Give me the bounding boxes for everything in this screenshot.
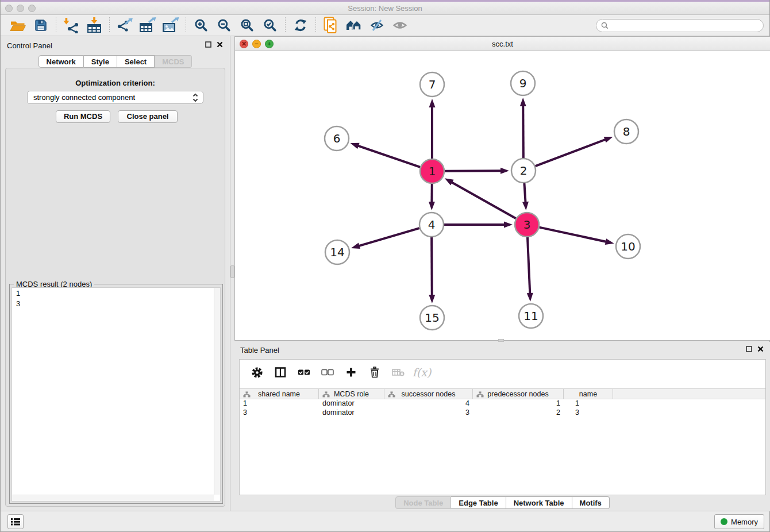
table-row[interactable]: 3 dominator 3 2 3 (240, 408, 765, 418)
apply-layout-button[interactable] (289, 16, 312, 34)
table-settings-button[interactable] (250, 365, 264, 379)
show-columns-button[interactable] (274, 365, 287, 379)
column-header-name[interactable]: name (564, 389, 613, 399)
tab-motifs[interactable]: Motifs (572, 496, 610, 509)
show-details-button[interactable] (388, 16, 411, 34)
zoom-fit-button[interactable] (236, 16, 259, 34)
cell-name[interactable]: 1 (564, 399, 613, 408)
graph-edge-1-2[interactable] (445, 171, 502, 171)
float-table-panel-icon[interactable] (746, 346, 752, 352)
tab-edge-table[interactable]: Edge Table (451, 496, 506, 509)
delete-table-icon (392, 368, 405, 377)
cell-mcds-role[interactable]: dominator (319, 408, 384, 418)
network-window-titlebar[interactable]: ✕ − + scc.txt (235, 37, 770, 51)
export-image-button[interactable] (159, 16, 182, 34)
import-table-button[interactable] (83, 16, 106, 34)
create-column-button[interactable] (344, 365, 358, 379)
graph-edge-1-6[interactable] (357, 145, 420, 167)
graph-node-label-2: 2 (520, 164, 528, 178)
graph-node-label-15: 15 (425, 311, 439, 325)
graph-edge-3-11[interactable] (528, 237, 530, 294)
mcds-result-group: MCDS result (2 nodes) 1 3 (9, 284, 223, 504)
run-mcds-button[interactable]: Run MCDS (56, 110, 110, 123)
graph-edge-arrowhead (351, 242, 360, 249)
function-builder-button-disabled[interactable]: f(x) (415, 365, 429, 379)
eye-icon (392, 19, 407, 32)
close-panel-icon[interactable] (217, 41, 223, 48)
column-label: MCDS role (334, 390, 369, 398)
cell-successor-nodes[interactable]: 3 (384, 408, 473, 418)
select-all-columns-button[interactable] (297, 365, 311, 379)
hide-graphics-details-button[interactable] (365, 16, 388, 34)
new-network-from-selection-button[interactable] (319, 16, 342, 34)
task-list-icon (11, 518, 20, 526)
cell-shared-name[interactable]: 1 (240, 399, 319, 408)
graph-edge-3-10[interactable] (540, 228, 607, 242)
graph-edge-2-8[interactable] (536, 139, 606, 166)
search-field[interactable] (596, 19, 764, 32)
panel-splitter-grip[interactable] (230, 265, 234, 278)
open-folder-icon (10, 18, 26, 32)
zoom-selected-button[interactable] (259, 16, 282, 34)
import-network-button[interactable] (60, 16, 83, 34)
delete-column-button[interactable] (368, 365, 382, 379)
toolbar-separator (186, 17, 186, 33)
cell-predecessor-nodes[interactable]: 2 (473, 408, 564, 418)
cell-mcds-role[interactable]: dominator (319, 399, 384, 408)
column-header-predecessor-nodes[interactable]: predecessor nodes (473, 389, 564, 399)
graph-edge-3-1[interactable] (451, 182, 516, 219)
cell-predecessor-nodes[interactable]: 1 (473, 399, 564, 408)
tab-select[interactable]: Select (117, 55, 155, 68)
delete-table-button-disabled[interactable] (391, 365, 405, 379)
tab-network[interactable]: Network (38, 55, 84, 68)
search-input[interactable] (611, 21, 759, 29)
tab-network-table[interactable]: Network Table (506, 496, 572, 509)
export-table-button[interactable] (136, 16, 159, 34)
mcds-result-list[interactable]: 1 3 (11, 287, 221, 502)
table-row[interactable]: 1 dominator 4 1 1 (240, 399, 765, 408)
graph-edge-arrowhead (522, 202, 529, 210)
close-panel-button[interactable]: Close panel (118, 110, 178, 123)
close-table-panel-icon[interactable] (757, 346, 764, 352)
zoom-out-button[interactable] (213, 16, 236, 34)
column-label: successor nodes (402, 390, 456, 398)
graph-edge-2-3[interactable] (524, 183, 525, 203)
result-vertical-scrollbar[interactable] (214, 288, 220, 495)
graph-edge-arrowhead (351, 143, 360, 149)
graph-edge-2-9[interactable] (523, 105, 523, 158)
network-canvas[interactable]: 7968124314101511 (235, 51, 770, 340)
task-history-button[interactable] (7, 514, 24, 529)
column-header-successor-nodes[interactable]: successor nodes (384, 389, 473, 399)
first-neighbors-button[interactable] (342, 16, 365, 34)
memory-button[interactable]: Memory (714, 514, 764, 529)
cell-successor-nodes[interactable]: 4 (384, 399, 473, 408)
tab-mcds[interactable]: MCDS (155, 55, 192, 68)
unselect-all-columns-button[interactable] (321, 365, 334, 379)
tab-style[interactable]: Style (84, 55, 117, 68)
memory-label: Memory (731, 518, 758, 526)
graph-node-label-11: 11 (523, 309, 538, 323)
columns-icon (275, 367, 286, 378)
zoom-in-button[interactable] (190, 16, 213, 34)
table-panel-title: Table Panel (240, 346, 279, 354)
open-file-button[interactable] (6, 16, 29, 34)
graph-node-label-6: 6 (333, 132, 341, 145)
result-horizontal-scrollbar[interactable] (12, 495, 214, 501)
optimization-criterion-value: strongly connected component (33, 93, 135, 102)
application-window: Session: New Session (0, 0, 770, 532)
float-panel-icon[interactable] (205, 41, 211, 48)
save-session-button[interactable] (29, 16, 52, 34)
optimization-criterion-select[interactable]: strongly connected component (27, 91, 203, 104)
graph-edge-arrowhead (504, 222, 513, 228)
tab-node-table[interactable]: Node Table (395, 496, 451, 509)
cell-shared-name[interactable]: 3 (240, 408, 319, 418)
mcds-result-item[interactable]: 3 (12, 298, 220, 309)
graph-edge-4-14[interactable] (358, 228, 419, 246)
eye-slash-icon (369, 18, 384, 32)
cell-name[interactable]: 3 (564, 408, 613, 418)
mcds-result-item[interactable]: 1 (12, 288, 220, 298)
column-header-mcds-role[interactable]: MCDS role (319, 389, 384, 399)
column-header-shared-name[interactable]: shared name (240, 389, 319, 399)
export-network-button[interactable] (113, 16, 136, 34)
graph-edge-4-15[interactable] (432, 237, 432, 296)
